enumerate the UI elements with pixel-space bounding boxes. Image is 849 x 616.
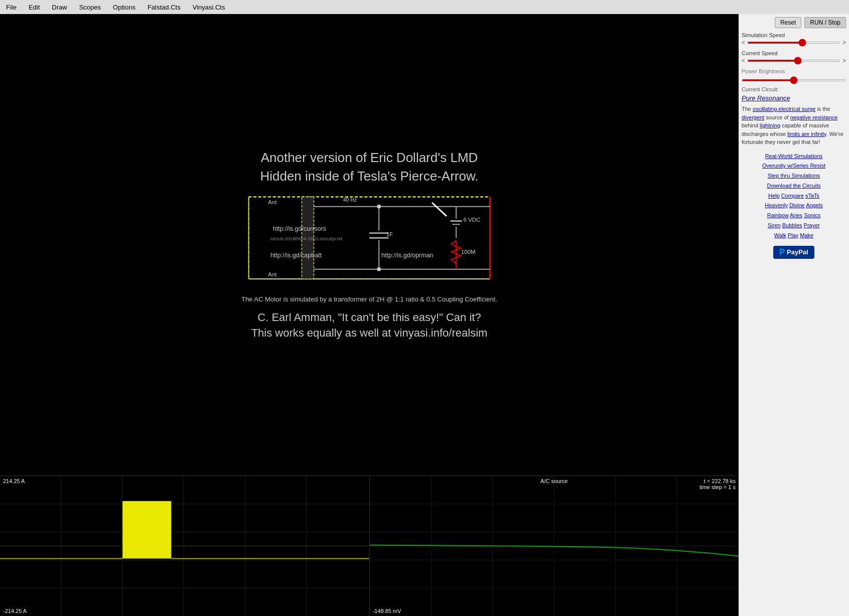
menu-vinyasi[interactable]: Vinyasi.Cts — [191, 3, 227, 12]
scope-right-top-label: A/C source — [540, 478, 568, 484]
scope-left-panel: 214.25 A -214.25 A — [0, 476, 370, 616]
menu-scopes[interactable]: Scopes — [77, 3, 103, 12]
negative-resistance-link[interactable]: negative resistance — [790, 114, 838, 120]
rainbow-link[interactable]: Rainbow — [767, 212, 789, 218]
circuit-container: Another version of Eric Dollard's LMD Hi… — [0, 14, 739, 476]
top-controls: Reset RUN / Stop — [742, 17, 846, 28]
sonics-link[interactable]: Sonics — [804, 212, 820, 218]
power-brightness-label: Power Brightness — [742, 68, 846, 74]
aries-link[interactable]: Aries — [790, 212, 802, 218]
menu-edit[interactable]: Edit — [27, 3, 42, 12]
circuit-note: The AC Motor is simulated by a transform… — [241, 295, 497, 303]
circuit-title: Another version of Eric Dollard's LMD Hi… — [260, 148, 478, 185]
menubar: File Edit Draw Scopes Options Falstad.Ct… — [0, 0, 849, 14]
menu-falstad[interactable]: Falstad.Cts — [146, 3, 183, 12]
canvas-area: Another version of Eric Dollard's LMD Hi… — [0, 14, 739, 476]
simulation-speed-slider[interactable] — [747, 42, 840, 44]
svg-line-29 — [432, 203, 447, 216]
svg-text:100M: 100M — [461, 249, 476, 255]
lightning-link[interactable]: lightning — [760, 122, 780, 128]
svg-text:Ant: Ant — [268, 199, 277, 205]
svg-rect-41 — [122, 501, 171, 559]
circuit-diagram: 40 Hz Ant Ant 1F 6 VDC 100M http://is.gd… — [244, 190, 495, 290]
power-brightness-slider[interactable] — [742, 79, 846, 81]
compare-link[interactable]: Compare — [781, 193, 804, 199]
svg-text:circuit-20180604-1801.circuitj: circuit-20180604-1801.circuitjs.txt — [270, 236, 342, 241]
scope-right-time: t = 222.78 kstime step = 1 s — [699, 478, 736, 490]
simulation-speed-label: Simulation Speed — [742, 32, 846, 38]
scope-area: 214.25 A -214.25 A A/C source t = 222.78… — [0, 476, 739, 616]
current-speed-slider[interactable] — [747, 60, 840, 62]
prayer-link[interactable]: Prayer — [804, 222, 820, 228]
divergent-link[interactable]: divergent — [742, 114, 764, 120]
limits-link[interactable]: limits are infinity — [787, 131, 826, 137]
angels-link[interactable]: Angels — [806, 202, 823, 208]
heavenly-link[interactable]: Heavenly — [765, 202, 788, 208]
current-speed-row: < > — [742, 57, 846, 64]
paypal-section: P PayPal — [742, 246, 846, 259]
menu-file[interactable]: File — [4, 3, 19, 12]
menu-options[interactable]: Options — [111, 3, 137, 12]
walk-link[interactable]: Walk — [774, 232, 786, 238]
svg-point-28 — [377, 267, 381, 271]
current-circuit-label: Current Circuit: — [742, 86, 846, 92]
pure-resonance-link[interactable]: Pure Resonance — [742, 94, 846, 102]
scope-left-grid — [0, 476, 369, 616]
circuit-quote: C. Earl Amman, "It can't be this easy!" … — [251, 310, 488, 341]
divine-link[interactable]: Divine — [789, 202, 805, 208]
scope-left-top-value: 214.25 A — [3, 478, 25, 484]
scope-right-panel: A/C source t = 222.78 kstime step = 1 s … — [370, 476, 739, 616]
svg-text:http://is.gd/currsors: http://is.gd/currsors — [273, 225, 326, 232]
help-link[interactable]: Help — [768, 193, 780, 199]
simulation-speed-section: Simulation Speed < > — [742, 32, 846, 46]
power-brightness-section: Power Brightness — [742, 68, 846, 82]
download-link[interactable]: Download the Circuits — [767, 183, 821, 189]
sim-speed-right-arrow[interactable]: > — [842, 39, 846, 46]
reset-button[interactable]: Reset — [775, 17, 801, 28]
siren-link[interactable]: Siren — [768, 222, 781, 228]
svg-text:http://is.gd/capbatt: http://is.gd/capbatt — [270, 252, 322, 259]
sim-speed-left-arrow[interactable]: < — [742, 39, 745, 46]
real-world-link[interactable]: Real-World Simulations — [765, 153, 823, 159]
svg-text:Ant: Ant — [268, 271, 277, 277]
paypal-button[interactable]: P PayPal — [773, 246, 814, 259]
svg-text:40 Hz: 40 Hz — [343, 197, 357, 203]
current-speed-section: Current Speed < > — [742, 50, 846, 64]
right-panel: Reset RUN / Stop Simulation Speed < > Cu… — [739, 14, 849, 616]
scope-right-grid — [370, 476, 739, 616]
description-text: The oscillating electrical surge is the … — [742, 105, 846, 146]
scope-left-bottom-value: -214.25 A — [3, 608, 27, 614]
run-stop-button[interactable]: RUN / Stop — [804, 17, 846, 28]
bubbles-link[interactable]: Bubbles — [782, 222, 802, 228]
scope-right-bottom-value: -148.85 mV — [373, 608, 401, 614]
simulation-speed-row: < > — [742, 39, 846, 46]
make-link[interactable]: Make — [800, 232, 813, 238]
svg-text:http://is.gd/oprman: http://is.gd/oprman — [381, 252, 434, 259]
links-section: Real-World Simulations Overunity w/Serie… — [742, 151, 846, 241]
paypal-label: PayPal — [787, 248, 808, 256]
svg-point-27 — [377, 205, 381, 209]
cur-speed-right-arrow[interactable]: > — [842, 57, 846, 64]
play-link[interactable]: Play — [788, 232, 798, 238]
step-thru-link[interactable]: Step thru Simulations — [768, 173, 820, 179]
current-speed-label: Current Speed — [742, 50, 846, 56]
svg-text:6 VDC: 6 VDC — [464, 217, 481, 223]
cur-speed-left-arrow[interactable]: < — [742, 57, 745, 64]
svg-text:1F: 1F — [386, 231, 393, 237]
overunity-link[interactable]: Overunity w/Series Resist — [762, 163, 825, 169]
stats-link[interactable]: sTaTs — [805, 193, 819, 199]
oscillating-link[interactable]: oscillating electrical surge — [753, 106, 815, 112]
paypal-icon: P — [779, 248, 785, 257]
menu-draw[interactable]: Draw — [50, 3, 69, 12]
